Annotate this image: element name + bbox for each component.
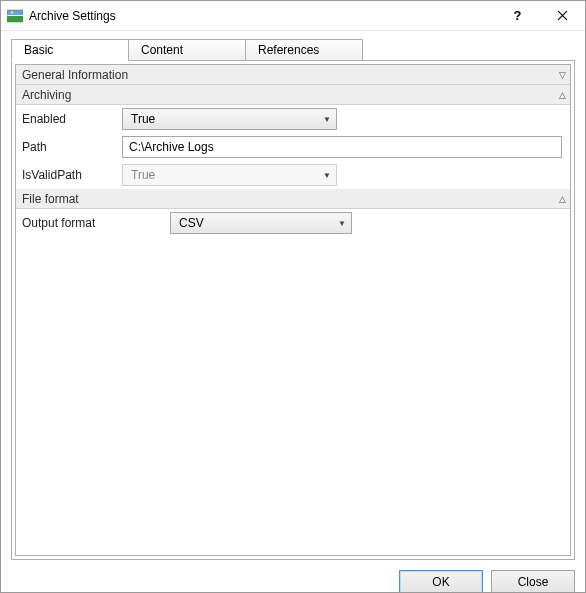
- enabled-label: Enabled: [22, 112, 122, 126]
- dropdown-value: CSV: [179, 216, 333, 230]
- tab-basic[interactable]: Basic: [11, 39, 129, 61]
- category-label: General Information: [22, 68, 559, 82]
- button-label: Close: [518, 575, 549, 589]
- chevron-up-icon: △: [559, 194, 566, 204]
- row-isvalidpath: IsValidPath True ▼: [16, 161, 570, 189]
- close-window-button[interactable]: [540, 2, 585, 30]
- category-label: File format: [22, 192, 559, 206]
- svg-rect-2: [7, 15, 23, 16]
- row-output-format: Output format CSV ▼: [16, 209, 570, 237]
- chevron-down-icon: ▼: [333, 219, 351, 228]
- button-label: OK: [432, 575, 449, 589]
- enabled-dropdown[interactable]: True ▼: [122, 108, 337, 130]
- input-value: C:\Archive Logs: [129, 140, 214, 154]
- tab-page-basic: General Information ▽ Archiving △ Enable…: [11, 60, 575, 560]
- chevron-up-icon: △: [559, 90, 566, 100]
- chevron-down-collapsed-icon: ▽: [559, 70, 566, 80]
- svg-point-3: [11, 11, 13, 13]
- dropdown-value: True: [131, 112, 318, 126]
- path-label: Path: [22, 140, 122, 154]
- svg-rect-1: [7, 10, 23, 15]
- category-archiving[interactable]: Archiving △: [16, 85, 570, 105]
- row-enabled: Enabled True ▼: [16, 105, 570, 133]
- tab-references[interactable]: References: [245, 39, 363, 61]
- app-icon: [7, 8, 23, 24]
- tabstrip: Basic Content References: [11, 39, 575, 61]
- category-fileformat[interactable]: File format △: [16, 189, 570, 209]
- output-format-label: Output format: [22, 216, 170, 230]
- output-format-dropdown[interactable]: CSV ▼: [170, 212, 352, 234]
- close-button[interactable]: Close: [491, 570, 575, 593]
- isvalidpath-label: IsValidPath: [22, 168, 122, 182]
- path-input[interactable]: C:\Archive Logs: [122, 136, 562, 158]
- help-button[interactable]: ?: [495, 2, 540, 30]
- isvalidpath-dropdown: True ▼: [122, 164, 337, 186]
- chevron-down-icon: ▼: [318, 115, 336, 124]
- dropdown-value: True: [131, 168, 318, 182]
- tab-label: Content: [141, 43, 183, 57]
- window-title: Archive Settings: [29, 9, 495, 23]
- tab-content[interactable]: Content: [128, 39, 246, 61]
- chevron-down-icon: ▼: [318, 171, 336, 180]
- row-path: Path C:\Archive Logs: [16, 133, 570, 161]
- tab-label: References: [258, 43, 319, 57]
- tab-label: Basic: [24, 43, 53, 57]
- dialog-buttons: OK Close: [11, 570, 575, 593]
- category-label: Archiving: [22, 88, 559, 102]
- titlebar: Archive Settings ?: [1, 1, 585, 31]
- ok-button[interactable]: OK: [399, 570, 483, 593]
- category-general[interactable]: General Information ▽: [16, 65, 570, 85]
- property-grid: General Information ▽ Archiving △ Enable…: [15, 64, 571, 556]
